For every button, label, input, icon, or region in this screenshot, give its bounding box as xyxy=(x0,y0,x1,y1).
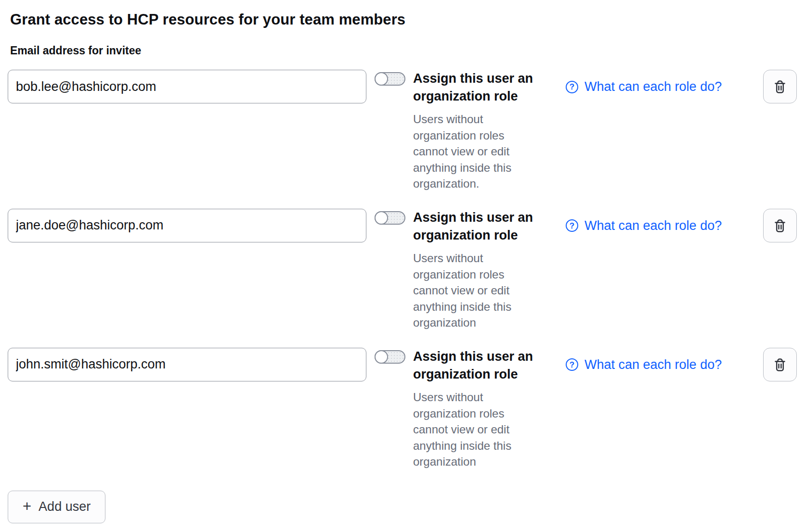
toggle-knob xyxy=(375,211,388,225)
toggle-knob xyxy=(375,350,388,364)
org-role-toggle-label: Assign this user an organization role xyxy=(413,348,545,383)
add-user-button[interactable]: + Add user xyxy=(8,491,105,523)
email-address-label: Email address for invitee xyxy=(10,44,797,57)
trash-icon xyxy=(772,78,788,95)
invite-row: Assign this user an organization role Us… xyxy=(8,209,797,331)
org-role-description: Users without organization roles cannot … xyxy=(413,389,531,470)
invite-row: Assign this user an organization role Us… xyxy=(8,348,797,470)
org-role-description: Users without organization roles cannot … xyxy=(413,111,531,192)
org-role-toggle[interactable] xyxy=(375,72,405,86)
org-role-toggle[interactable] xyxy=(375,350,405,364)
org-role-description: Users without organization roles cannot … xyxy=(413,250,531,331)
email-input[interactable] xyxy=(8,70,366,103)
role-help-link[interactable]: ? What can each role do? xyxy=(566,79,722,94)
delete-user-button[interactable] xyxy=(763,348,797,381)
email-input[interactable] xyxy=(8,209,366,242)
org-role-toggle-label: Assign this user an organization role xyxy=(413,70,545,105)
org-role-block: Assign this user an organization role Us… xyxy=(413,209,545,331)
email-input[interactable] xyxy=(8,348,366,381)
org-role-toggle-label: Assign this user an organization role xyxy=(413,209,545,244)
question-circle-icon: ? xyxy=(566,219,578,232)
toggle-knob xyxy=(375,72,388,86)
page-title: Grant access to HCP resources for your t… xyxy=(10,11,797,28)
role-help-link-label: What can each role do? xyxy=(584,218,722,233)
delete-user-button[interactable] xyxy=(763,209,797,242)
add-user-button-label: Add user xyxy=(39,499,91,514)
org-role-block: Assign this user an organization role Us… xyxy=(413,70,545,192)
plus-icon: + xyxy=(23,499,31,514)
role-help-link[interactable]: ? What can each role do? xyxy=(566,218,722,233)
role-help-link-label: What can each role do? xyxy=(584,79,722,94)
role-help-link[interactable]: ? What can each role do? xyxy=(566,357,722,372)
role-help-link-label: What can each role do? xyxy=(584,357,722,372)
question-circle-icon: ? xyxy=(566,358,578,371)
invitee-rows: Assign this user an organization role Us… xyxy=(8,70,797,470)
trash-icon xyxy=(772,217,788,234)
org-role-toggle[interactable] xyxy=(375,211,405,225)
trash-icon xyxy=(772,356,788,373)
delete-user-button[interactable] xyxy=(763,70,797,103)
question-circle-icon: ? xyxy=(566,81,578,93)
invite-row: Assign this user an organization role Us… xyxy=(8,70,797,192)
org-role-block: Assign this user an organization role Us… xyxy=(413,348,545,470)
